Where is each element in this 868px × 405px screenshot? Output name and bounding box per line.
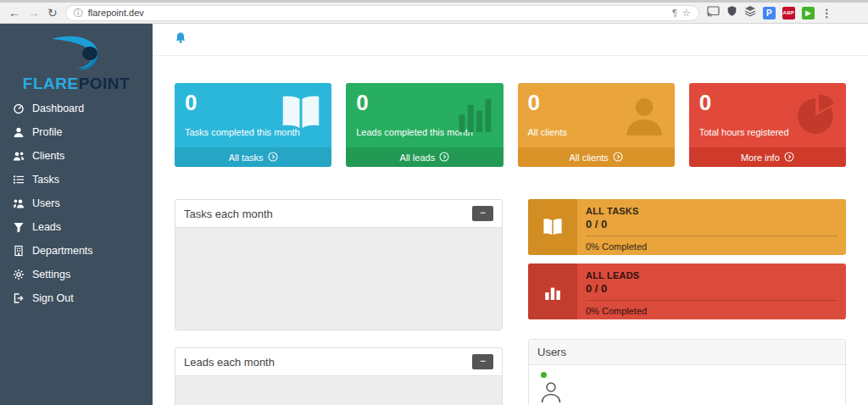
browser-menu-icon[interactable]: ⋮ (821, 7, 832, 19)
stat-card-hours: 0 Total hours registered More info (689, 83, 846, 167)
bar-chart-icon (528, 264, 577, 319)
notifications-bell-icon[interactable] (175, 31, 186, 47)
sidebar-item-tasks[interactable]: Tasks (0, 168, 153, 191)
user-group-icon (12, 197, 25, 209)
all-leads-summary-text: ALL LEADS 0 / 0 0% Completed (577, 264, 846, 319)
stat-card-clients: 0 All clients All clients (518, 83, 675, 167)
collapse-button[interactable]: − (472, 354, 493, 369)
users-icon (12, 150, 25, 162)
sidebar-item-users[interactable]: Users (0, 191, 153, 215)
arrow-circle-icon (439, 152, 449, 164)
sidebar-item-label: Sign Out (32, 292, 74, 304)
user-icon (12, 126, 25, 138)
sidebar-item-label: Users (32, 197, 60, 209)
all-clients-link-label: All clients (569, 153, 608, 163)
users-panel: Users (528, 339, 846, 405)
all-tasks-link-label: All tasks (229, 153, 264, 163)
users-panel-body (529, 365, 845, 405)
tasks-chart-title: Tasks each month (184, 208, 273, 220)
sidebar-item-label: Dashboard (32, 103, 84, 114)
url-bar[interactable]: ⓘ flarepoint.dev ¶ ☆ (65, 5, 699, 21)
browser-toolbar: ← → ↻ ⓘ flarepoint.dev ¶ ☆ P ABP ▶ ⋮ (0, 0, 868, 24)
browser-forward-button[interactable]: → (28, 7, 40, 19)
funnel-icon (12, 221, 25, 233)
sidebar-item-departments[interactable]: Departments (0, 239, 153, 263)
all-leads-link-label: All leads (400, 153, 436, 163)
stat-card-leads: 0 Leads completed this month All leads (346, 83, 503, 167)
stat-cards-row: 0 Tasks completed this month All tasks (175, 83, 846, 167)
sidebar-item-label: Clients (32, 150, 64, 162)
tasks-chart-header: Tasks each month − (175, 200, 502, 227)
gear-icon (12, 269, 25, 280)
stat-card-tasks-body: 0 Tasks completed this month (175, 83, 331, 147)
stat-card-clients-body: 0 All clients (518, 83, 675, 147)
logo-text-flare: FLARE (23, 75, 79, 92)
sidebar-item-profile[interactable]: Profile (0, 120, 153, 144)
book-icon (279, 93, 323, 136)
sidebar-item-settings[interactable]: Settings (0, 263, 153, 286)
users-panel-title: Users (529, 340, 845, 365)
dashboard-icon (12, 103, 25, 114)
reader-mode-icon[interactable]: ¶ (672, 8, 677, 18)
extension-p-icon[interactable]: P (763, 7, 776, 19)
summary-value: 0 / 0 (586, 216, 837, 236)
main-area: 0 Tasks completed this month All tasks (153, 24, 868, 405)
bookmark-star-icon[interactable]: ☆ (682, 8, 691, 19)
all-tasks-summary-box: ALL TASKS 0 / 0 0% Completed (528, 199, 846, 255)
top-navbar (153, 24, 868, 56)
cast-icon[interactable] (707, 5, 720, 20)
extension-area: P ABP ▶ ⋮ (707, 5, 832, 20)
sidebar-item-label: Profile (32, 126, 62, 138)
book-icon (528, 199, 577, 255)
tasks-chart-area (175, 227, 502, 330)
sidebar-item-label: Tasks (32, 174, 59, 186)
more-info-link-label: More info (741, 153, 780, 163)
arrow-circle-icon (784, 152, 794, 164)
all-clients-link[interactable]: All clients (518, 147, 675, 167)
sidebar-item-label: Departments (32, 245, 93, 257)
all-tasks-link[interactable]: All tasks (175, 147, 331, 167)
sidebar: FLAREPOINT Dashboard Profile Clients (0, 24, 153, 405)
adblock-plus-icon[interactable]: ABP (782, 7, 795, 19)
all-tasks-summary-text: ALL TASKS 0 / 0 0% Completed (577, 199, 846, 255)
sidebar-item-label: Settings (32, 269, 70, 280)
url-text: flarepoint.dev (88, 8, 144, 18)
shield-icon[interactable] (726, 5, 737, 20)
more-info-link[interactable]: More info (689, 147, 846, 167)
sidebar-item-dashboard[interactable]: Dashboard (0, 97, 153, 120)
charts-column: Tasks each month − Leads each month − (175, 199, 503, 405)
sidebar-item-sign-out[interactable]: Sign Out (0, 286, 153, 310)
browser-back-button[interactable]: ← (8, 7, 20, 19)
tasks-list-icon (12, 174, 25, 186)
leads-chart-area (175, 375, 502, 405)
collapse-button[interactable]: − (472, 206, 493, 221)
summary-value: 0 / 0 (586, 280, 837, 301)
person-silhouette-icon (622, 93, 666, 141)
summary-column: ALL TASKS 0 / 0 0% Completed ALL LEADS 0… (528, 199, 846, 405)
user-avatar-icon[interactable] (539, 380, 563, 405)
layers-icon[interactable] (744, 5, 756, 20)
page-info-icon[interactable]: ⓘ (74, 7, 83, 19)
extension-play-icon[interactable]: ▶ (802, 7, 815, 19)
flarepoint-logo[interactable]: FLAREPOINT (0, 24, 153, 97)
building-icon (12, 245, 25, 257)
browser-reload-button[interactable]: ↻ (47, 7, 58, 19)
summary-title: ALL LEADS (586, 270, 837, 280)
arrow-circle-icon (268, 152, 278, 164)
summary-progress: 0% Completed (586, 301, 837, 316)
sidebar-item-leads[interactable]: Leads (0, 215, 153, 239)
leads-chart-title: Leads each month (184, 356, 275, 369)
app-window: FLAREPOINT Dashboard Profile Clients (0, 24, 868, 405)
stat-card-hours-body: 0 Total hours registered (689, 83, 846, 147)
dashboard-columns: Tasks each month − Leads each month − (175, 199, 846, 405)
leads-chart-panel: Leads each month − (175, 347, 503, 405)
arrow-circle-icon (613, 152, 623, 164)
sign-out-icon (12, 292, 25, 304)
summary-title: ALL TASKS (586, 206, 837, 216)
logo-text-point: POINT (79, 75, 131, 92)
online-status-dot (541, 372, 547, 378)
summary-progress: 0% Completed (586, 236, 837, 252)
stat-card-leads-body: 0 Leads completed this month (346, 83, 503, 147)
all-leads-link[interactable]: All leads (346, 147, 503, 167)
sidebar-item-clients[interactable]: Clients (0, 144, 153, 168)
